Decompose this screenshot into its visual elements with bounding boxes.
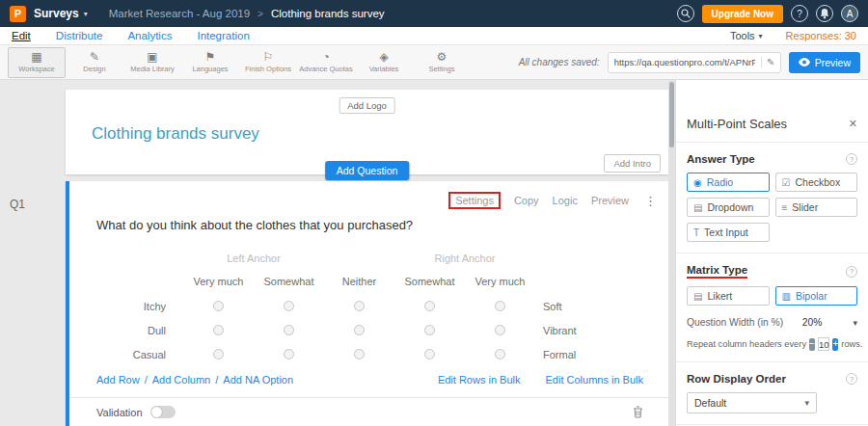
upgrade-now-button[interactable]: Upgrade Now — [702, 5, 783, 23]
toolbar-item-advance-quotas[interactable]: ◔ Advance Quotas — [297, 49, 355, 75]
stepper-plus-button[interactable]: + — [832, 338, 838, 351]
scale-column-header: Neither — [324, 276, 394, 287]
stepper-minus-button[interactable]: − — [809, 338, 815, 351]
row-display-order-select[interactable]: Default ▾ — [687, 392, 817, 413]
links-separator: / — [145, 374, 148, 386]
radio-option[interactable] — [354, 349, 365, 359]
toolbar-item-settings[interactable]: ⚙ Settings — [413, 49, 471, 75]
matrix-type-bipolar[interactable]: ▥ Bipolar — [775, 286, 858, 306]
answer-type-checkbox[interactable]: ☑ Checkbox — [775, 173, 858, 192]
validation-row: Validation — [96, 406, 657, 418]
radio-option[interactable] — [424, 349, 435, 359]
question-width-value[interactable]: 20% — [802, 317, 823, 328]
notifications-button[interactable] — [816, 5, 833, 22]
edit-columns-in-bulk-link[interactable]: Edit Columns in Bulk — [546, 374, 644, 386]
surveys-dropdown[interactable]: Surveys ▾ — [34, 7, 88, 20]
repeat-headers-suffix: rows. — [841, 339, 862, 349]
repeat-headers-label: Repeat column headers every — [687, 339, 806, 349]
survey-url-input[interactable] — [609, 57, 761, 67]
question-action-preview[interactable]: Preview — [591, 195, 629, 206]
scrollbar-thumb[interactable] — [669, 82, 674, 147]
answer-type-slider[interactable]: ≡ Slider — [775, 198, 858, 217]
settings-gear-icon: ⚙ — [437, 51, 448, 64]
user-avatar[interactable]: A — [841, 5, 858, 22]
matrix-grid: Left Anchor Right Anchor Very much Somew… — [96, 248, 657, 366]
breadcrumb-folder[interactable]: Market Research - Aug 2019 — [109, 8, 250, 19]
add-intro-button[interactable]: Add Intro — [604, 154, 661, 173]
matrix-type-likert[interactable]: ▤ Likert — [687, 286, 770, 306]
radio-option[interactable] — [354, 325, 365, 335]
radio-option[interactable] — [284, 325, 294, 335]
builder-toolbar: ▦ Workspace ✎ Design ▣ Media Library ⚑ L… — [0, 45, 868, 80]
help-icon[interactable]: ? — [846, 373, 857, 385]
tools-dropdown[interactable]: Tools ▾ — [730, 30, 763, 41]
vertical-scrollbar[interactable] — [668, 80, 675, 426]
edit-rows-in-bulk-link[interactable]: Edit Rows in Bulk — [438, 374, 521, 386]
answer-type-dropdown[interactable]: ▤ Dropdown — [687, 198, 770, 217]
toolbar-item-media-library[interactable]: ▣ Media Library — [123, 49, 181, 75]
add-question-button[interactable]: Add Question — [325, 161, 410, 180]
toolbar-item-variables[interactable]: ◈ Variables — [355, 49, 413, 75]
toolbar-right: All changes saved: ✎ Preview — [519, 52, 860, 73]
matrix-row: Casual Formal — [96, 342, 657, 366]
question-text[interactable]: What do you think about the clothes that… — [96, 218, 657, 232]
question-actions: Settings Copy Logic Preview ⋮ — [96, 191, 657, 210]
answer-type-radio[interactable]: ◉ Radio — [687, 173, 770, 192]
tools-label: Tools — [730, 30, 755, 41]
menu-item-edit[interactable]: Edit — [12, 30, 31, 41]
menu-item-analytics[interactable]: Analytics — [127, 30, 172, 41]
responses-count-link[interactable]: Responses: 30 — [786, 30, 856, 41]
radio-option[interactable] — [213, 349, 224, 359]
radio-option[interactable] — [284, 349, 294, 359]
radio-option[interactable] — [284, 301, 294, 311]
toggle-knob — [151, 407, 162, 417]
divider — [676, 253, 868, 253]
bell-icon — [820, 9, 829, 19]
search-button[interactable] — [677, 5, 694, 22]
menu-item-integration[interactable]: Integration — [197, 30, 249, 41]
close-icon[interactable]: ✕ — [849, 118, 857, 130]
edit-url-pencil-icon[interactable]: ✎ — [761, 57, 780, 67]
help-button[interactable]: ? — [791, 5, 808, 22]
workspace-icon: ▦ — [31, 51, 41, 64]
question-action-logic[interactable]: Logic — [553, 195, 578, 206]
matrix-row: Dull Vibrant — [96, 318, 657, 342]
radio-option[interactable] — [495, 349, 505, 359]
add-na-option-link[interactable]: Add NA Option — [223, 374, 293, 386]
answer-type-text-input[interactable]: T Text Input — [687, 223, 770, 242]
add-row-link[interactable]: Add Row — [96, 374, 140, 386]
help-icon[interactable]: ? — [846, 266, 857, 278]
menu-item-distribute[interactable]: Distribute — [56, 30, 103, 41]
validation-toggle[interactable] — [150, 406, 176, 418]
survey-title[interactable]: Clothing brands survey — [92, 124, 259, 144]
toolbar-item-workspace[interactable]: ▦ Workspace — [8, 47, 66, 78]
option-label: Likert — [707, 290, 732, 302]
help-icon[interactable]: ? — [846, 153, 857, 165]
toolbar-item-languages[interactable]: ⚑ Languages — [181, 49, 239, 75]
radio-option[interactable] — [354, 301, 365, 311]
question-action-settings[interactable]: Settings — [448, 192, 501, 209]
question-action-copy[interactable]: Copy — [514, 195, 539, 206]
chevron-down-icon[interactable]: ▾ — [853, 318, 857, 328]
kebab-menu-icon[interactable]: ⋮ — [644, 194, 657, 208]
questionpro-logo[interactable]: P — [10, 6, 26, 22]
radio-option[interactable] — [495, 325, 505, 335]
row-left-label: Dull — [96, 325, 183, 336]
toolbar-item-label: Advance Quotas — [299, 65, 352, 73]
radio-option[interactable] — [424, 325, 435, 335]
radio-option[interactable] — [213, 325, 224, 335]
toolbar-item-design[interactable]: ✎ Design — [66, 49, 123, 75]
radio-option[interactable] — [213, 301, 224, 311]
radio-option[interactable] — [495, 301, 505, 311]
delete-question-button[interactable] — [633, 406, 643, 418]
question-links-row: Add Row / Add Column / Add NA Option Edi… — [96, 374, 657, 386]
row-left-label: Itchy — [96, 301, 183, 312]
toolbar-item-finish-options[interactable]: ⚐ Finish Options — [239, 49, 297, 75]
radio-option[interactable] — [424, 301, 435, 311]
toolbar-item-label: Media Library — [130, 65, 174, 73]
add-column-link[interactable]: Add Column — [152, 374, 211, 386]
stepper-value[interactable]: 10 — [818, 337, 830, 351]
add-logo-button[interactable]: Add Logo — [339, 97, 395, 114]
preview-button[interactable]: Preview — [789, 52, 860, 73]
option-label: Text Input — [704, 226, 748, 238]
